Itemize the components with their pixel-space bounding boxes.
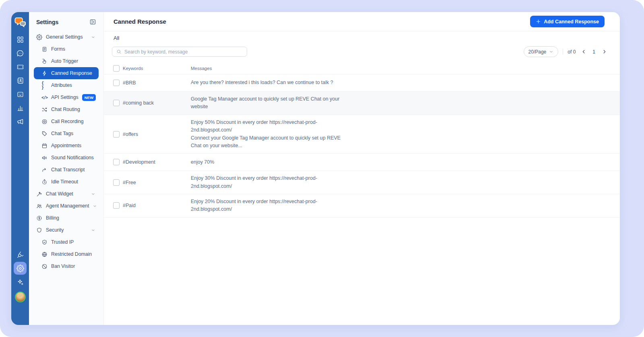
sidebar-item-auto-trigger[interactable]: Auto Trigger	[34, 55, 99, 67]
revechat-logo	[14, 17, 27, 28]
settings-sidebar: Settings General SettingsFormsAuto Trigg…	[29, 12, 104, 325]
rail-item-dashboard[interactable]	[14, 33, 27, 46]
sidebar-item-agent-management[interactable]: Agent Management	[34, 200, 99, 212]
main-header: Canned Response Add Canned Response	[104, 12, 620, 31]
row-checkbox[interactable]	[113, 202, 120, 209]
pagination: 20/Page of 0 1	[524, 46, 608, 57]
chevron-down-icon	[549, 49, 553, 54]
message-cell: Enjoy 20% Discount in every order https:…	[191, 198, 352, 214]
current-page[interactable]: 1	[592, 49, 596, 55]
sidebar-item-label: Sound Notifications	[51, 155, 94, 160]
sidebar-item-sound-notifications[interactable]: Sound Notifications	[34, 152, 99, 164]
sidebar-item-chat-tags[interactable]: Chat Tags	[34, 127, 99, 140]
message-cell: Enjoy 30% Discount in every order https:…	[191, 175, 352, 190]
search-icon	[116, 49, 122, 54]
sidebar-item-label: Idle Timeout	[51, 179, 78, 185]
row-checkbox[interactable]	[113, 80, 120, 86]
sidebar-item-forms[interactable]: Forms	[34, 43, 99, 55]
tab-all[interactable]: All	[112, 35, 119, 41]
sidebar-item-label: Appointments	[51, 143, 81, 148]
add-canned-response-button[interactable]: Add Canned Response	[530, 16, 605, 27]
toolbar: All 20/Page	[104, 31, 620, 63]
search-input[interactable]	[124, 49, 243, 55]
sidebar-item-chat-widget[interactable]: Chat Widget	[34, 188, 99, 200]
sidebar-item-trusted-ip[interactable]: Trusted IP	[34, 236, 99, 248]
sidebar-item-api-settings[interactable]: </>API SettingsNEW	[34, 91, 99, 103]
table-body: #BRBAre you there? interested i this loa…	[104, 74, 620, 218]
page-size-select[interactable]: 20/Page	[524, 46, 559, 57]
app-background: Settings General SettingsFormsAuto Trigg…	[0, 0, 644, 337]
sidebar-item-chat-routing[interactable]: Chat Routing	[34, 103, 99, 115]
table-row[interactable]: #coming backGoogle Tag Manager account t…	[104, 92, 620, 115]
sidebar-item-label: Ban Visitor	[51, 263, 75, 269]
message-cell: Google Tag Manager account to quickly se…	[191, 95, 352, 111]
sidebar-item-canned-response[interactable]: Canned Response	[34, 67, 99, 79]
chevron-down-icon	[93, 204, 97, 208]
row-checkbox[interactable]	[113, 159, 120, 165]
table-row[interactable]: #PaidEnjoy 20% Discount in every order h…	[104, 194, 620, 218]
sidebar-item-label: Billing	[46, 215, 59, 221]
row-checkbox[interactable]	[113, 179, 120, 186]
sidebar-item-idle-timeout[interactable]: Idle Timeout	[34, 176, 99, 188]
sidebar-item-label: Agent Management	[46, 203, 89, 209]
table-row[interactable]: #offersEnjoy 50% Discount in every order…	[104, 115, 620, 154]
table-row[interactable]: #FreeEnjoy 30% Discount in every order h…	[104, 171, 620, 194]
rail-item-contacts[interactable]	[14, 74, 27, 87]
sidebar-item-chat-transcript[interactable]: Chat Transcript	[34, 164, 99, 176]
share-arrow-icon	[41, 167, 47, 173]
sidebar-item-security[interactable]: Security	[34, 224, 99, 236]
row-checkbox[interactable]	[113, 100, 120, 106]
select-all-checkbox[interactable]	[113, 65, 120, 72]
rail-item-analytics[interactable]	[14, 101, 27, 114]
sidebar-item-billing[interactable]: Billing	[34, 212, 99, 224]
sidebar-item-label: Chat Transcript	[51, 167, 85, 173]
chevron-down-icon	[91, 35, 95, 39]
sidebar-item-ban-visitor[interactable]: Ban Visitor	[34, 260, 99, 272]
search-box[interactable]	[112, 47, 247, 57]
rail-item-settings[interactable]	[14, 262, 27, 275]
code-icon: </>	[41, 95, 47, 101]
sidebar-item-general-settings[interactable]: General Settings	[34, 31, 99, 43]
previous-page-button[interactable]	[580, 48, 587, 55]
pager-divider	[563, 49, 563, 55]
rail-item-ai-assistant[interactable]	[14, 275, 27, 288]
page-title: Canned Response	[114, 18, 166, 25]
sidebar-item-label: General Settings	[46, 34, 83, 40]
sidebar-item-label: Restricted Domain	[51, 251, 92, 257]
sidebar-item-label: Chat Tags	[51, 131, 73, 136]
sidebar-item-label: Canned Response	[51, 70, 92, 76]
sidebar-title: Settings	[36, 19, 58, 25]
rail-nav	[14, 33, 27, 128]
chevron-down-icon	[91, 228, 95, 232]
sidebar-item-appointments[interactable]: Appointments	[34, 140, 99, 152]
collapse-sidebar-button[interactable]	[89, 18, 96, 25]
keyword-cell: #Free	[123, 180, 191, 185]
sidebar-item-call-recording[interactable]: Call Recording	[34, 115, 99, 127]
rail-item-conversations[interactable]	[14, 47, 27, 60]
routing-icon	[41, 107, 47, 113]
keyword-cell: #BRB	[123, 80, 191, 86]
add-button-label: Add Canned Response	[544, 19, 599, 25]
table-row[interactable]: #Developmentenjoy 70%	[104, 154, 620, 171]
rail-item-integrations[interactable]	[14, 248, 27, 261]
shield-check-icon	[41, 239, 47, 245]
next-page-button[interactable]	[601, 48, 608, 55]
row-checkbox[interactable]	[113, 131, 120, 138]
page-size-value: 20/Page	[528, 49, 547, 55]
sidebar-item-label: Chat Widget	[46, 191, 73, 197]
hand-trigger-icon	[41, 58, 47, 64]
sidebar-item-label: Call Recording	[51, 119, 84, 124]
rail-item-tickets[interactable]	[14, 60, 27, 73]
user-avatar[interactable]	[15, 292, 26, 302]
app-card: Settings General SettingsFormsAuto Trigg…	[11, 12, 620, 325]
rail-item-campaigns[interactable]	[14, 115, 27, 128]
table-row[interactable]: #BRBAre you there? interested i this loa…	[104, 74, 620, 92]
wand-icon	[36, 191, 42, 197]
sidebar-item-attributes[interactable]: { }Attributes	[34, 79, 99, 91]
speaker-icon	[41, 155, 47, 161]
keyword-cell: #Paid	[123, 203, 191, 208]
calendar-icon	[41, 143, 47, 149]
sidebar-item-restricted-domain[interactable]: Restricted Domain	[34, 248, 99, 260]
rail-item-chatbot[interactable]	[14, 88, 27, 101]
gear-icon	[36, 34, 42, 40]
